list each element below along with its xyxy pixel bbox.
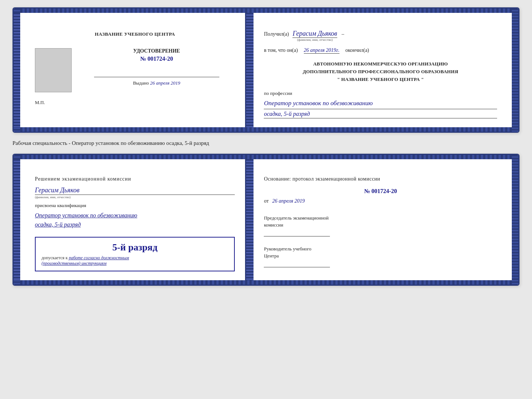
- card2-right-panel: Основание: протокол экзаменационной коми…: [254, 159, 512, 280]
- name-2: Герасим Дьяков: [35, 186, 235, 195]
- udost-title: УДОСТОВЕРЕНИЕ: [78, 48, 235, 54]
- rukovoditel-line2: Центра: [264, 252, 497, 260]
- qualification-2: осадка, 5-й разряд: [35, 220, 235, 229]
- top-stripe-2: [20, 155, 512, 159]
- org-block: АВТОНОМНУЮ НЕКОММЕРЧЕСКУЮ ОРГАНИЗАЦИЮ ДО…: [264, 60, 497, 83]
- resheniem-text: Решением экзаменационной комиссии: [35, 176, 235, 182]
- bottom-stripe: [20, 127, 512, 132]
- predsedatel-signature-line: [264, 236, 330, 236]
- fio-hint-2: (фамилия, имя, отчество): [35, 195, 235, 199]
- recipient-name-text: Герасим Дьяков: [292, 30, 337, 38]
- certificate-card-1: НАЗВАНИЕ УЧЕБНОГО ЦЕНТРА УДОСТОВЕРЕНИЕ №…: [12, 7, 520, 133]
- right-edge: [512, 13, 518, 127]
- stamp-dopusk: допускается к работе согласно должностны…: [42, 255, 228, 266]
- v-tom-label: в том, что он(а): [264, 47, 298, 53]
- card2-left-panel: Решением экзаменационной комиссии Гераси…: [20, 159, 246, 280]
- udost-date-line: [94, 77, 219, 77]
- org-line2: ДОПОЛНИТЕЛЬНОГО ПРОФЕССИОНАЛЬНОГО ОБРАЗО…: [264, 68, 497, 76]
- dash-1: –: [342, 31, 344, 37]
- spine-2: [246, 159, 254, 280]
- v-tom-line: в том, что он(а) 26 апреля 2019г. окончи…: [264, 47, 497, 54]
- predsedatel-block: Председатель экзаменационной комиссии: [264, 214, 497, 236]
- photo-placeholder: [35, 48, 72, 92]
- rank-text: осадка, 5-й разряд: [264, 111, 497, 118]
- rukovoditel-signature-line: [264, 267, 330, 267]
- profession-text: Оператор установок по обезвоживанию: [264, 99, 497, 109]
- udost-block: УДОСТОВЕРЕНИЕ № 001724-20 Выдано 26 апре…: [78, 48, 235, 86]
- top-stripe: [20, 8, 512, 13]
- spine-1: [246, 13, 254, 127]
- udost-number: № 001724-20: [78, 56, 235, 62]
- dopusk-text: работе согласно должностным: [69, 255, 129, 260]
- vydano-line: Выдано 26 апреля 2019: [78, 80, 235, 86]
- prisvoena-text: присвоена квалификация: [35, 203, 235, 209]
- qualification-1: Оператор установок по обезвоживанию: [35, 211, 235, 220]
- separator-label: Рабочая специальность - Оператор установ…: [12, 139, 520, 147]
- recipient-name: Герасим Дьяков (фамилия, имя, отчество): [292, 30, 337, 42]
- dopusk-text2: (производственным) инструкциям: [42, 261, 107, 266]
- okончil-label: окончил(а): [345, 47, 369, 53]
- stamp-box: 5-й разряд допускается к работе согласно…: [35, 237, 235, 271]
- predsedatel-line1: Председатель экзаменационной: [264, 214, 497, 222]
- right-edge-2: [512, 159, 518, 280]
- left-edge: [14, 13, 20, 127]
- photo-area: УДОСТОВЕРЕНИЕ № 001724-20 Выдано 26 апре…: [35, 48, 235, 92]
- bottom-stripe-2: [20, 280, 512, 285]
- rukovoditel-block: Руководитель учебного Центра: [264, 245, 497, 267]
- predsedatel-line2: комиссии: [264, 221, 497, 229]
- name-block-2: Герасим Дьяков (фамилия, имя, отчество): [35, 186, 235, 199]
- org-line3: " НАЗВАНИЕ УЧЕБНОГО ЦЕНТРА ": [264, 76, 497, 83]
- stamp-rank: 5-й разряд: [42, 242, 228, 253]
- rukovoditel-line1: Руководитель учебного: [264, 245, 497, 253]
- fio-hint-1: (фамилия, имя, отчество): [292, 38, 337, 42]
- card1-left-panel: НАЗВАНИЕ УЧЕБНОГО ЦЕНТРА УДОСТОВЕРЕНИЕ №…: [20, 13, 246, 127]
- protocol-number: № 001724-20: [264, 188, 497, 195]
- left-edge-2: [14, 159, 20, 280]
- po-professii-label: по профессии: [264, 90, 497, 96]
- school-name-header: НАЗВАНИЕ УЧЕБНОГО ЦЕНТРА: [35, 31, 235, 37]
- poluchil-line: Получил(а) Герасим Дьяков (фамилия, имя,…: [264, 30, 497, 42]
- org-line1: АВТОНОМНУЮ НЕКОММЕРЧЕСКУЮ ОРГАНИЗАЦИЮ: [264, 60, 497, 68]
- ot-label: от: [264, 198, 269, 204]
- vydano-date: 26 апреля 2019: [150, 80, 180, 86]
- poluchil-label: Получил(а): [264, 31, 289, 37]
- mp-label: М.П.: [35, 100, 235, 106]
- card1-right-panel: Получил(а) Герасим Дьяков (фамилия, имя,…: [254, 13, 512, 127]
- vydano-label: Выдано: [133, 80, 149, 86]
- ot-date-value: 26 апреля 2019: [272, 198, 305, 204]
- certificate-card-2: Решением экзаменационной комиссии Гераси…: [12, 154, 520, 286]
- dopusk-label: допускается к: [42, 255, 68, 260]
- osnovanie-text: Основание: протокол экзаменационной коми…: [264, 176, 497, 182]
- okончil-date: 26 апреля 2019г.: [304, 47, 339, 54]
- ot-date-line: от 26 апреля 2019: [264, 198, 497, 204]
